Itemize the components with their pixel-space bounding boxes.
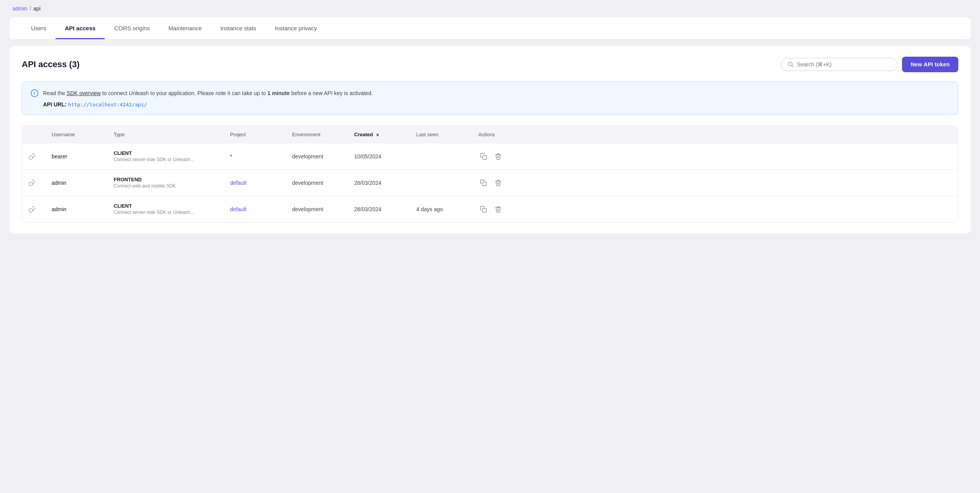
username-cell: bearer <box>52 153 114 160</box>
project-value: * <box>230 153 232 160</box>
api-url-label: API URL: <box>43 101 67 108</box>
svg-rect-5 <box>483 182 487 186</box>
copy-button[interactable] <box>478 151 488 161</box>
project-link[interactable]: default <box>230 206 246 212</box>
info-message-end: before a new API key is activated. <box>290 90 373 96</box>
breadcrumb-current: api <box>33 5 41 12</box>
page-title: API access (3) <box>22 59 80 69</box>
search-box[interactable] <box>781 58 897 71</box>
type-desc: Connect server-side SDK or Unleash... <box>114 210 230 215</box>
env-cell: development <box>292 153 354 160</box>
search-icon <box>788 61 794 68</box>
key-icon <box>28 205 52 213</box>
delete-button[interactable] <box>493 178 503 188</box>
tab-cors-origins[interactable]: CORS origins <box>105 17 159 39</box>
copy-button[interactable] <box>478 204 488 214</box>
tab-api-access[interactable]: API access <box>55 17 105 39</box>
type-name: FRONTEND <box>114 177 230 182</box>
col-header-icon <box>28 132 52 137</box>
svg-rect-3 <box>483 156 487 160</box>
created-cell: 26/03/2024 <box>354 206 416 212</box>
search-input[interactable] <box>797 61 891 68</box>
col-header-created[interactable]: Created ∨ <box>354 132 416 137</box>
type-desc: Connect web and mobile SDK <box>114 183 230 189</box>
table-row: bearer CLIENT Connect server-side SDK or… <box>22 143 958 170</box>
username-cell: admin <box>52 206 114 212</box>
table-row: admin CLIENT Connect server-side SDK or … <box>22 196 958 222</box>
breadcrumb: admin / api <box>0 0 980 17</box>
col-header-type: Type <box>114 132 230 137</box>
new-api-token-button[interactable]: New API token <box>902 57 958 72</box>
delete-button[interactable] <box>493 151 503 161</box>
sdk-overview-link[interactable]: SDK overview <box>67 90 101 96</box>
svg-rect-7 <box>483 208 487 212</box>
copy-button[interactable] <box>478 178 488 188</box>
actions-cell <box>478 151 525 161</box>
project-link[interactable]: default <box>230 180 246 186</box>
content-area: API access (3) New API token i Read the … <box>9 46 971 233</box>
info-bold-text: 1 minute <box>267 90 290 96</box>
created-cell: 26/03/2024 <box>354 180 416 186</box>
tab-bar: Users API access CORS origins Maintenanc… <box>9 17 971 40</box>
info-text: Read the SDK overview to connect Unleash… <box>43 89 373 97</box>
project-cell: default <box>230 180 292 186</box>
key-icon <box>28 179 52 187</box>
svg-point-4 <box>29 182 33 186</box>
actions-cell <box>478 204 525 214</box>
tab-instance-stats[interactable]: Instance stats <box>211 17 266 39</box>
svg-point-2 <box>29 156 33 159</box>
api-tokens-table: Username Type Project Environment Create… <box>22 126 958 222</box>
svg-point-6 <box>29 208 33 212</box>
col-header-environment: Environment <box>292 132 354 137</box>
table-row: admin FRONTEND Connect web and mobile SD… <box>22 170 958 196</box>
col-header-project: Project <box>230 132 292 137</box>
username-cell: admin <box>52 180 114 186</box>
tabs-card: Users API access CORS origins Maintenanc… <box>9 17 971 40</box>
content-header: API access (3) New API token <box>22 57 958 72</box>
actions-cell <box>478 178 525 188</box>
api-url-row: API URL: http://localhost:4242/api/ <box>31 101 949 108</box>
type-cell: CLIENT Connect server-side SDK or Unleas… <box>114 150 230 162</box>
col-header-username: Username <box>52 132 114 137</box>
type-name: CLIENT <box>114 150 230 156</box>
sort-desc-icon: ∨ <box>376 132 379 137</box>
key-icon <box>28 153 52 160</box>
info-message-before: Read the <box>43 90 67 96</box>
type-desc: Connect server-side SDK or Unleash... <box>114 157 230 162</box>
type-cell: FRONTEND Connect web and mobile SDK <box>114 177 230 189</box>
tab-instance-privacy[interactable]: Instance privacy <box>266 17 326 39</box>
header-right: New API token <box>781 57 958 72</box>
env-cell: development <box>292 180 354 186</box>
info-message-after: to connect Unleash to your application. … <box>101 90 268 96</box>
project-cell: default <box>230 206 292 212</box>
project-cell: * <box>230 153 292 160</box>
api-url-value: http://localhost:4242/api/ <box>68 102 147 108</box>
col-header-last-seen: Last seen <box>416 132 478 137</box>
info-banner: i Read the SDK overview to connect Unlea… <box>22 82 958 115</box>
type-cell: CLIENT Connect server-side SDK or Unleas… <box>114 203 230 215</box>
delete-button[interactable] <box>493 204 503 214</box>
tab-maintenance[interactable]: Maintenance <box>159 17 211 39</box>
breadcrumb-parent[interactable]: admin <box>12 5 27 12</box>
type-name: CLIENT <box>114 203 230 209</box>
info-icon: i <box>31 89 38 97</box>
col-header-actions: Actions <box>478 132 525 137</box>
created-cell: 10/05/2024 <box>354 153 416 160</box>
tab-users[interactable]: Users <box>22 17 55 39</box>
last-seen-cell: 4 days ago <box>416 206 478 212</box>
env-cell: development <box>292 206 354 212</box>
svg-line-1 <box>792 66 793 67</box>
breadcrumb-separator: / <box>29 5 31 12</box>
table-header: Username Type Project Environment Create… <box>22 126 958 143</box>
